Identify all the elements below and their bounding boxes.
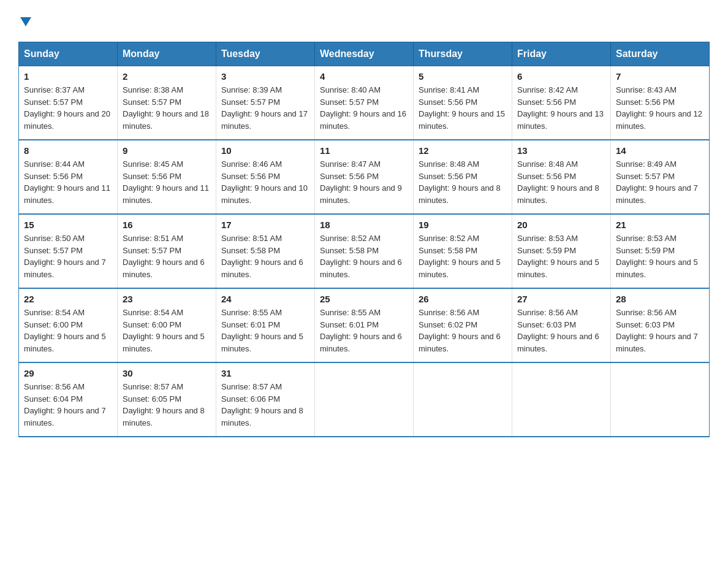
calendar-cell (315, 362, 414, 437)
weekday-monday: Monday (118, 42, 216, 66)
day-number: 11 (320, 145, 408, 156)
day-number: 8 (24, 145, 112, 156)
day-number: 15 (24, 220, 112, 230)
calendar-cell: 9Sunrise: 8:45 AMSunset: 5:56 PMDaylight… (118, 140, 216, 214)
day-info: Sunrise: 8:53 AMSunset: 5:59 PMDaylight:… (616, 232, 704, 280)
day-number: 2 (123, 71, 211, 82)
day-number: 6 (517, 71, 605, 82)
day-info: Sunrise: 8:40 AMSunset: 5:57 PMDaylight:… (320, 84, 408, 132)
calendar-cell: 23Sunrise: 8:54 AMSunset: 6:00 PMDayligh… (118, 288, 216, 362)
day-info: Sunrise: 8:54 AMSunset: 6:00 PMDaylight:… (24, 307, 112, 354)
day-info: Sunrise: 8:52 AMSunset: 5:58 PMDaylight:… (320, 232, 408, 280)
day-number: 9 (123, 145, 211, 156)
day-number: 31 (221, 368, 309, 378)
day-number: 4 (320, 71, 408, 82)
day-info: Sunrise: 8:41 AMSunset: 5:56 PMDaylight:… (419, 84, 507, 132)
calendar-week-4: 29Sunrise: 8:56 AMSunset: 6:04 PMDayligh… (19, 362, 710, 437)
weekday-wednesday: Wednesday (315, 42, 414, 66)
calendar-cell (512, 362, 611, 437)
day-info: Sunrise: 8:57 AMSunset: 6:05 PMDaylight:… (123, 381, 211, 429)
calendar-cell: 19Sunrise: 8:52 AMSunset: 5:58 PMDayligh… (414, 214, 512, 288)
day-number: 12 (419, 145, 507, 156)
calendar-cell: 25Sunrise: 8:55 AMSunset: 6:01 PMDayligh… (315, 288, 414, 362)
day-info: Sunrise: 8:39 AMSunset: 5:57 PMDaylight:… (221, 84, 309, 132)
day-number: 5 (419, 71, 507, 82)
calendar-cell: 28Sunrise: 8:56 AMSunset: 6:03 PMDayligh… (611, 288, 710, 362)
weekday-friday: Friday (512, 42, 611, 66)
calendar-cell: 12Sunrise: 8:48 AMSunset: 5:56 PMDayligh… (414, 140, 512, 214)
calendar-cell: 27Sunrise: 8:56 AMSunset: 6:03 PMDayligh… (512, 288, 611, 362)
day-number: 7 (616, 71, 704, 82)
day-number: 18 (320, 220, 408, 230)
calendar-cell: 21Sunrise: 8:53 AMSunset: 5:59 PMDayligh… (611, 214, 710, 288)
day-number: 30 (123, 368, 211, 378)
day-info: Sunrise: 8:51 AMSunset: 5:57 PMDaylight:… (123, 232, 211, 280)
calendar-body: 1Sunrise: 8:37 AMSunset: 5:57 PMDaylight… (19, 66, 710, 437)
day-info: Sunrise: 8:55 AMSunset: 6:01 PMDaylight:… (320, 307, 408, 354)
day-info: Sunrise: 8:56 AMSunset: 6:04 PMDaylight:… (24, 381, 112, 429)
day-number: 26 (419, 294, 507, 304)
calendar-cell (611, 362, 710, 437)
calendar-cell: 10Sunrise: 8:46 AMSunset: 5:56 PMDayligh… (216, 140, 315, 214)
calendar-header: SundayMondayTuesdayWednesdayThursdayFrid… (19, 42, 710, 66)
calendar-cell: 17Sunrise: 8:51 AMSunset: 5:58 PMDayligh… (216, 214, 315, 288)
day-number: 13 (517, 145, 605, 156)
day-number: 24 (221, 294, 309, 304)
day-info: Sunrise: 8:45 AMSunset: 5:56 PMDaylight:… (123, 158, 211, 206)
calendar-cell: 4Sunrise: 8:40 AMSunset: 5:57 PMDaylight… (315, 66, 414, 140)
calendar-cell: 26Sunrise: 8:56 AMSunset: 6:02 PMDayligh… (414, 288, 512, 362)
day-number: 27 (517, 294, 605, 304)
day-number: 25 (320, 294, 408, 304)
logo-general (18, 12, 31, 29)
day-info: Sunrise: 8:54 AMSunset: 6:00 PMDaylight:… (123, 307, 211, 354)
day-info: Sunrise: 8:56 AMSunset: 6:03 PMDaylight:… (517, 307, 605, 354)
calendar-week-2: 15Sunrise: 8:50 AMSunset: 5:57 PMDayligh… (19, 214, 710, 288)
day-info: Sunrise: 8:50 AMSunset: 5:57 PMDaylight:… (24, 232, 112, 280)
day-number: 16 (123, 220, 211, 230)
calendar-cell: 22Sunrise: 8:54 AMSunset: 6:00 PMDayligh… (19, 288, 118, 362)
day-number: 19 (419, 220, 507, 230)
day-info: Sunrise: 8:43 AMSunset: 5:56 PMDaylight:… (616, 84, 704, 132)
calendar-table: SundayMondayTuesdayWednesdayThursdayFrid… (18, 42, 710, 437)
calendar-cell: 6Sunrise: 8:42 AMSunset: 5:56 PMDaylight… (512, 66, 611, 140)
calendar-cell: 30Sunrise: 8:57 AMSunset: 6:05 PMDayligh… (118, 362, 216, 437)
day-number: 3 (221, 71, 309, 82)
weekday-header-row: SundayMondayTuesdayWednesdayThursdayFrid… (19, 42, 710, 66)
calendar-cell: 5Sunrise: 8:41 AMSunset: 5:56 PMDaylight… (414, 66, 512, 140)
day-info: Sunrise: 8:48 AMSunset: 5:56 PMDaylight:… (419, 158, 507, 206)
day-number: 28 (616, 294, 704, 304)
calendar-cell: 2Sunrise: 8:38 AMSunset: 5:57 PMDaylight… (118, 66, 216, 140)
day-info: Sunrise: 8:46 AMSunset: 5:56 PMDaylight:… (221, 158, 309, 206)
day-info: Sunrise: 8:42 AMSunset: 5:56 PMDaylight:… (517, 84, 605, 132)
day-info: Sunrise: 8:56 AMSunset: 6:03 PMDaylight:… (616, 307, 704, 354)
day-number: 22 (24, 294, 112, 304)
day-info: Sunrise: 8:52 AMSunset: 5:58 PMDaylight:… (419, 232, 507, 280)
day-number: 21 (616, 220, 704, 230)
day-number: 1 (24, 71, 112, 82)
day-info: Sunrise: 8:37 AMSunset: 5:57 PMDaylight:… (24, 84, 112, 132)
day-number: 17 (221, 220, 309, 230)
day-number: 20 (517, 220, 605, 230)
weekday-saturday: Saturday (611, 42, 710, 66)
calendar-cell: 7Sunrise: 8:43 AMSunset: 5:56 PMDaylight… (611, 66, 710, 140)
calendar-cell: 16Sunrise: 8:51 AMSunset: 5:57 PMDayligh… (118, 214, 216, 288)
calendar-cell: 31Sunrise: 8:57 AMSunset: 6:06 PMDayligh… (216, 362, 315, 437)
weekday-thursday: Thursday (414, 42, 512, 66)
day-info: Sunrise: 8:53 AMSunset: 5:59 PMDaylight:… (517, 232, 605, 280)
day-info: Sunrise: 8:57 AMSunset: 6:06 PMDaylight:… (221, 381, 309, 429)
calendar-cell (414, 362, 512, 437)
day-number: 14 (616, 145, 704, 156)
page-header (18, 12, 710, 31)
day-info: Sunrise: 8:55 AMSunset: 6:01 PMDaylight:… (221, 307, 309, 354)
day-number: 23 (123, 294, 211, 304)
calendar-cell: 24Sunrise: 8:55 AMSunset: 6:01 PMDayligh… (216, 288, 315, 362)
day-info: Sunrise: 8:56 AMSunset: 6:02 PMDaylight:… (419, 307, 507, 354)
calendar-cell: 1Sunrise: 8:37 AMSunset: 5:57 PMDaylight… (19, 66, 118, 140)
calendar-cell: 29Sunrise: 8:56 AMSunset: 6:04 PMDayligh… (19, 362, 118, 437)
calendar-week-0: 1Sunrise: 8:37 AMSunset: 5:57 PMDaylight… (19, 66, 710, 140)
day-info: Sunrise: 8:38 AMSunset: 5:57 PMDaylight:… (123, 84, 211, 132)
calendar-cell: 13Sunrise: 8:48 AMSunset: 5:56 PMDayligh… (512, 140, 611, 214)
calendar-cell: 8Sunrise: 8:44 AMSunset: 5:56 PMDaylight… (19, 140, 118, 214)
calendar-cell: 20Sunrise: 8:53 AMSunset: 5:59 PMDayligh… (512, 214, 611, 288)
calendar-week-3: 22Sunrise: 8:54 AMSunset: 6:00 PMDayligh… (19, 288, 710, 362)
